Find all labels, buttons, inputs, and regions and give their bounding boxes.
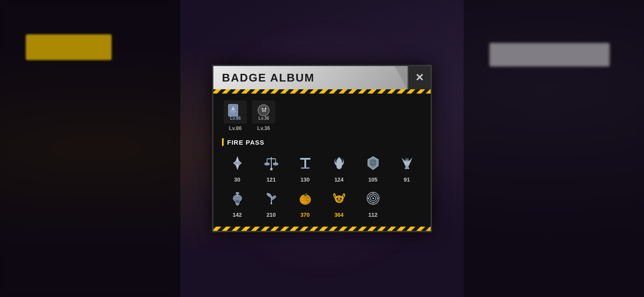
badge-count-8: 210 <box>267 212 276 218</box>
svg-rect-3 <box>230 113 234 114</box>
svg-point-43 <box>340 200 340 201</box>
top-badge-1: Lv.86 Lv.86 <box>224 100 247 131</box>
badge-cell-2: 121 <box>256 152 286 183</box>
modal-title: BADGE ALBUM <box>222 71 315 85</box>
badge-count-4: 124 <box>334 176 344 183</box>
badge-grid: 30 121 <box>222 152 422 218</box>
badge-count-5: 105 <box>368 176 378 183</box>
badge-cell-11: 112 <box>358 187 388 218</box>
badge-torch-icon <box>294 152 316 174</box>
top-badge-1-label: Lv.86 <box>229 125 242 131</box>
svg-point-20 <box>273 163 278 165</box>
badge-lv86-icon: Lv.86 <box>224 100 247 124</box>
badge-sword-icon <box>226 152 249 174</box>
modal-body: Lv.86 Lv.86 <box>213 94 431 227</box>
svg-point-40 <box>340 198 342 200</box>
badge-count-2: 121 <box>267 176 276 183</box>
badge-flame-icon <box>328 152 350 174</box>
close-icon: ✕ <box>415 73 424 83</box>
badge-leaf-icon <box>260 187 283 209</box>
badge-target-icon <box>362 187 384 209</box>
footer-stripe <box>213 227 431 231</box>
top-badges-row: Lv.86 Lv.86 <box>222 100 422 131</box>
badge-cell-1: 30 <box>222 152 252 183</box>
svg-point-8 <box>264 108 266 110</box>
svg-point-42 <box>338 200 339 201</box>
section-title-text: FIRE PASS <box>227 139 264 146</box>
badge-count-7: 142 <box>233 212 242 218</box>
badge-cell-3: 130 <box>290 152 320 183</box>
bg-white-decoration <box>489 43 610 67</box>
svg-rect-2 <box>230 111 236 112</box>
svg-point-21 <box>270 168 273 170</box>
badge-scroll-icon <box>362 152 384 174</box>
section-title-fire-pass: FIRE PASS <box>222 138 422 146</box>
svg-point-47 <box>372 197 374 199</box>
svg-rect-24 <box>301 167 310 169</box>
badge-count-3: 130 <box>301 176 310 183</box>
svg-point-7 <box>262 108 264 110</box>
modal-title-area: BADGE ALBUM <box>213 66 407 89</box>
badge-count-11: 112 <box>368 212 378 218</box>
badge-cell-8: 210 <box>256 187 286 218</box>
badge-ram-icon <box>328 187 350 209</box>
badge-claw-icon <box>396 152 418 174</box>
modal-header: BADGE ALBUM ✕ <box>213 66 431 89</box>
badge-cell-5: 105 <box>358 152 388 183</box>
badge-cell-6: 91 <box>392 152 422 183</box>
top-badge-2: Lv.36 Lv.36 <box>252 100 275 131</box>
badge-lv36-icon: Lv.36 <box>252 100 275 124</box>
bg-yellow-decoration <box>26 34 112 60</box>
badge-count-9: 370 <box>301 212 310 218</box>
badge-album-modal: BADGE ALBUM ✕ Lv.86 Lv.86 <box>213 65 431 232</box>
badge-pumpkin-icon <box>294 187 316 209</box>
header-stripe <box>213 89 431 94</box>
close-button[interactable]: ✕ <box>407 66 431 89</box>
badge-count-6: 91 <box>404 176 410 183</box>
svg-point-19 <box>264 163 270 165</box>
badge-count-1: 30 <box>234 176 240 183</box>
svg-point-37 <box>304 194 307 196</box>
badge-cell-7: 142 <box>222 187 252 218</box>
badge-scale-icon <box>260 152 283 174</box>
badge-cell-4: 124 <box>324 152 354 183</box>
svg-point-33 <box>236 192 239 194</box>
badge-cell-10: 364 <box>324 187 354 218</box>
badge-count-10: 364 <box>334 212 344 218</box>
badge-cell-9: 370 <box>290 187 320 218</box>
top-badge-2-label: Lv.36 <box>257 125 270 131</box>
svg-text:Lv.86: Lv.86 <box>230 116 241 121</box>
section-title-accent <box>222 138 224 146</box>
svg-point-39 <box>337 198 338 200</box>
badge-lamp-icon <box>226 187 249 209</box>
svg-text:Lv.36: Lv.36 <box>258 116 269 121</box>
svg-rect-23 <box>304 160 306 168</box>
